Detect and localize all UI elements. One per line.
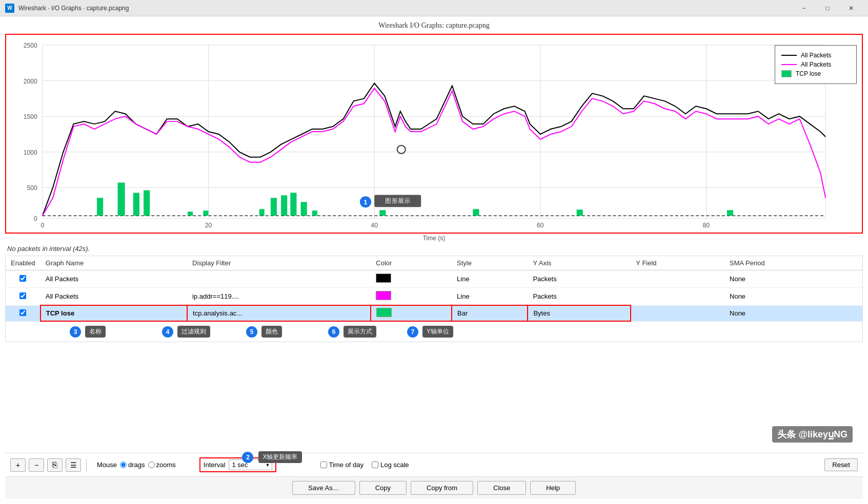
- svg-text:60: 60: [537, 222, 544, 229]
- log-scale-group: Log scale: [372, 461, 409, 469]
- svg-text:1000: 1000: [24, 149, 37, 156]
- time-of-day-checkbox[interactable]: [320, 461, 327, 468]
- copy-button[interactable]: Copy: [359, 481, 407, 495]
- col-style: Style: [452, 256, 528, 270]
- drags-label[interactable]: drags: [120, 461, 145, 469]
- chart-legend: All Packets All Packets TCP lose: [775, 45, 857, 84]
- legend-item-1: All Packets: [781, 52, 850, 59]
- annotation-3: 3 名称: [70, 326, 106, 338]
- row3-checkbox[interactable]: [19, 309, 26, 316]
- svg-rect-34: [301, 202, 307, 216]
- status-text: No packets in interval (42s).: [5, 242, 863, 256]
- svg-rect-31: [271, 198, 277, 216]
- row3-graph-name[interactable]: TCP lose: [41, 305, 187, 321]
- legend-label-2: All Packets: [801, 61, 831, 68]
- row2-enabled[interactable]: [6, 288, 41, 306]
- annotation-tooltip-4: 过滤规则: [177, 326, 210, 338]
- svg-rect-30: [259, 209, 265, 216]
- row2-color[interactable]: [371, 288, 452, 306]
- time-of-day-group: Time of day: [320, 461, 364, 469]
- close-button[interactable]: ✕: [839, 0, 863, 16]
- save-as-button[interactable]: Save As…: [292, 481, 355, 495]
- svg-text:0: 0: [41, 222, 44, 229]
- row1-checkbox[interactable]: [19, 275, 26, 282]
- row1-color-swatch[interactable]: [376, 274, 391, 283]
- close-button[interactable]: Close: [477, 481, 526, 495]
- reset-button[interactable]: Reset: [824, 458, 858, 471]
- table-row-selected[interactable]: TCP lose tcp.analysis.ac... Bar Bytes No…: [6, 305, 862, 321]
- legend-green-bar: [781, 70, 792, 77]
- svg-rect-29: [203, 211, 208, 216]
- annotation-7: 7 Y轴单位: [407, 326, 453, 338]
- row3-color[interactable]: [371, 305, 452, 321]
- row3-y-axis[interactable]: Bytes: [528, 305, 631, 321]
- log-scale-label: Log scale: [380, 461, 409, 469]
- maximize-button[interactable]: □: [816, 0, 839, 16]
- zooms-label[interactable]: zooms: [148, 461, 176, 469]
- row2-color-swatch[interactable]: [376, 291, 391, 300]
- drags-radio[interactable]: [120, 461, 127, 468]
- legend-black-line: [781, 55, 797, 56]
- copy-graph-button[interactable]: ⎘: [47, 458, 63, 472]
- row2-checkbox[interactable]: [19, 292, 26, 299]
- help-button[interactable]: Help: [530, 481, 576, 495]
- table-row[interactable]: All Packets ip.addr==119.... Line Packet…: [6, 288, 862, 306]
- col-graph-name: Graph Name: [41, 256, 187, 270]
- row2-sma-period: None: [724, 288, 862, 306]
- annotation-circle-7: 7: [407, 326, 418, 338]
- minimize-button[interactable]: −: [792, 0, 816, 16]
- row3-sma-period: None: [724, 305, 862, 321]
- svg-rect-38: [577, 209, 583, 216]
- annotation-5: 5 颜色: [246, 326, 282, 338]
- log-scale-checkbox[interactable]: [372, 461, 378, 468]
- col-display-filter: Display Filter: [187, 256, 371, 270]
- col-sma-period: SMA Period: [724, 256, 862, 270]
- svg-text:2000: 2000: [24, 78, 37, 85]
- interval-container: Interval 1 sec 10 msec 100 msec 10 sec 1…: [189, 457, 276, 472]
- row1-color[interactable]: [371, 270, 452, 288]
- data-table: Enabled Graph Name Display Filter Color …: [6, 256, 862, 322]
- copy-from-button[interactable]: Copy from: [411, 481, 473, 495]
- row1-y-field: [631, 270, 724, 288]
- svg-text:2500: 2500: [24, 42, 37, 49]
- annotation-circle-5: 5: [246, 326, 257, 338]
- svg-rect-33: [290, 193, 296, 216]
- row2-y-field: [631, 288, 724, 306]
- titlebar-title: Wireshark · I/O Graphs · capture.pcapng: [18, 5, 792, 12]
- row3-display-filter[interactable]: tcp.analysis.ac...: [187, 305, 371, 321]
- annotation-tooltip-7: Y轴单位: [422, 326, 453, 338]
- svg-rect-36: [379, 210, 386, 216]
- svg-rect-28: [188, 212, 193, 216]
- legend-label-3: TCP lose: [796, 70, 821, 77]
- graph-container[interactable]: 2500 2000 1500 1000 500 0 0 20 40 60 80: [5, 34, 863, 234]
- row1-enabled[interactable]: [6, 270, 41, 288]
- annotation-circle-2: 2: [242, 452, 253, 463]
- zooms-radio[interactable]: [148, 461, 155, 468]
- col-enabled: Enabled: [6, 256, 41, 270]
- table-header: Enabled Graph Name Display Filter Color …: [6, 256, 862, 270]
- row3-enabled[interactable]: [6, 305, 41, 321]
- x-axis-label: Time (s): [5, 235, 863, 242]
- annotation-tooltip-5: 颜色: [261, 326, 282, 338]
- chart-title: Wireshark I/O Graphs: capture.pcapng: [5, 22, 863, 30]
- legend-item-3: TCP lose: [781, 70, 850, 77]
- svg-text:20: 20: [205, 222, 212, 229]
- remove-graph-button[interactable]: −: [29, 458, 44, 472]
- add-graph-button[interactable]: +: [10, 458, 26, 472]
- chart-svg: 2500 2000 1500 1000 500 0 0 20 40 60 80: [6, 35, 862, 233]
- svg-rect-26: [133, 193, 139, 216]
- annotation-tooltip-2: X轴更新频率: [258, 451, 301, 463]
- settings-button[interactable]: ☰: [66, 458, 81, 472]
- row3-style[interactable]: Bar: [452, 305, 528, 321]
- row2-graph-name: All Packets: [41, 288, 187, 306]
- svg-rect-27: [144, 190, 150, 216]
- svg-text:1: 1: [364, 198, 367, 206]
- mouse-label: Mouse: [97, 461, 117, 469]
- row3-color-swatch[interactable]: [376, 308, 392, 317]
- toolbar-separator: [86, 459, 87, 471]
- table-row[interactable]: All Packets Line Packets None: [6, 270, 862, 288]
- row1-display-filter: [187, 270, 371, 288]
- svg-text:图形展示: 图形展示: [385, 197, 410, 204]
- row2-style: Line: [452, 288, 528, 306]
- annotation-tooltip-3: 名称: [85, 326, 106, 338]
